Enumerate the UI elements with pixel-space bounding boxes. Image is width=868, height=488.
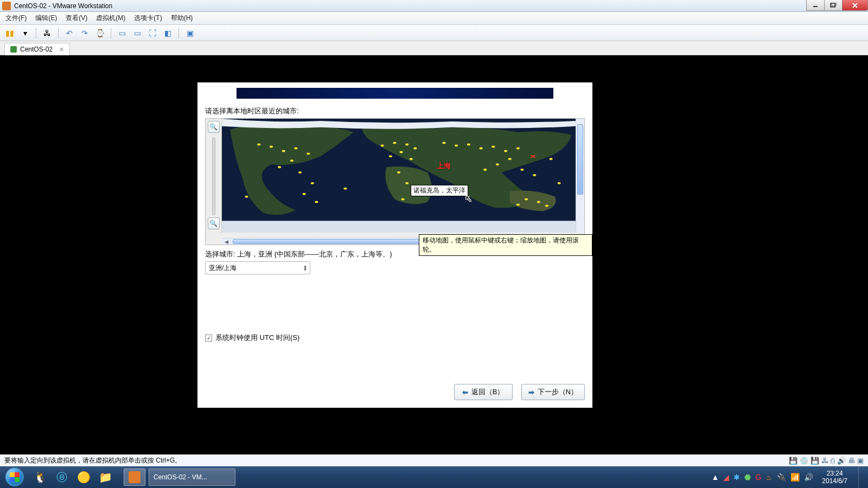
- usb-icon[interactable]: ⎙: [831, 457, 835, 465]
- devices-button[interactable]: 🖧: [41, 27, 54, 39]
- zoom-in-button[interactable]: 🔍: [208, 121, 220, 133]
- svg-point-39: [533, 174, 536, 176]
- cd-icon[interactable]: 💿: [800, 457, 808, 465]
- timezone-map: 🔍 🔍: [205, 118, 585, 245]
- pinned-chrome[interactable]: 🟡: [73, 468, 94, 486]
- vmware-statusbar: 要将输入定向到该虚拟机，请在虚拟机内部单击或按 Ctrl+G。 💾 💿 💾 🖧 …: [0, 454, 868, 466]
- sound-icon[interactable]: 🔊: [837, 457, 846, 465]
- svg-point-28: [442, 142, 445, 144]
- svg-point-11: [290, 159, 293, 162]
- tray-clock[interactable]: 23:24 2014/6/7: [818, 470, 852, 485]
- window-title: CentOS-02 - VMware Workstation: [14, 2, 112, 10]
- svg-point-22: [389, 155, 392, 157]
- svg-point-10: [307, 152, 310, 155]
- menu-tabs[interactable]: 选项卡(T): [134, 14, 162, 23]
- svg-point-34: [516, 147, 520, 150]
- world-map[interactable]: ✕ 上海 诺福克岛，太平洋 ↖: [222, 119, 576, 233]
- vm-display[interactable]: 请选择离本地时区最近的城市: 🔍 🔍: [0, 55, 868, 454]
- svg-point-9: [294, 147, 297, 150]
- pinned-qq[interactable]: 🐧: [29, 468, 51, 486]
- svg-point-12: [278, 166, 281, 168]
- svg-point-15: [303, 193, 306, 195]
- pause-button[interactable]: ▮▮: [3, 27, 16, 39]
- zoom-controls: 🔍 🔍: [206, 119, 222, 234]
- tray-av-icon[interactable]: ♨: [765, 473, 773, 481]
- svg-point-41: [537, 201, 540, 203]
- map-vertical-scrollbar[interactable]: [576, 119, 584, 233]
- utc-checkbox-row[interactable]: ✓ 系统时钟使用 UTC 时间(S): [205, 333, 585, 343]
- menu-help[interactable]: 帮助(H): [171, 14, 193, 23]
- start-button[interactable]: [0, 466, 29, 488]
- svg-point-16: [315, 201, 318, 203]
- svg-point-23: [410, 158, 413, 160]
- maximize-button[interactable]: [824, 0, 843, 11]
- hdd-icon[interactable]: 💾: [789, 457, 797, 465]
- svg-point-20: [413, 147, 417, 150]
- status-text: 要将输入定向到该虚拟机，请在虚拟机内部单击或按 Ctrl+G。: [4, 456, 181, 465]
- installer-panel: 请选择离本地时区最近的城市: 🔍 🔍: [197, 82, 592, 408]
- map-hint-tooltip: 移动地图，使用鼠标中键或右键；缩放地图，请使用滚轮。: [419, 234, 592, 256]
- tab-close-icon[interactable]: ✕: [59, 46, 64, 53]
- toolbar: ▮▮ ▾ 🖧 ↶ ↷ ⌚ ▭ ▭ ⛶ ◧ ▣: [0, 25, 868, 41]
- tray-shield-icon[interactable]: ⬣: [744, 473, 751, 481]
- vm-tab[interactable]: CentOS-02 ✕: [4, 43, 70, 55]
- svg-point-37: [483, 169, 487, 171]
- system-tray: ▲ ◢ ✱ ⬣ G ♨ 🔌 📶 🔊 23:24 2014/6/7: [710, 466, 868, 488]
- checkbox-icon[interactable]: ✓: [205, 335, 212, 342]
- tray-network-icon[interactable]: 📶: [790, 473, 800, 481]
- tray-action-icon[interactable]: ◢: [723, 473, 729, 481]
- zoom-out-button[interactable]: 🔍: [208, 217, 220, 229]
- network-icon[interactable]: 🖧: [821, 457, 828, 465]
- installer-header: [237, 88, 553, 99]
- taskbar-active-item[interactable]: CentOS-02 - VM...: [149, 468, 235, 486]
- arrow-left-icon: ⬅: [462, 388, 468, 396]
- snapshot-back-button[interactable]: ↶: [63, 27, 76, 39]
- pinned-ie[interactable]: ⓔ: [51, 468, 73, 486]
- taskbar-vmware-icon[interactable]: [124, 468, 145, 486]
- menu-edit[interactable]: 编辑(E): [35, 14, 57, 23]
- svg-point-46: [558, 182, 561, 184]
- snapshot-manager-button[interactable]: ⌚: [93, 27, 106, 39]
- timezone-select[interactable]: 亚洲/上海 ▴▾: [205, 261, 310, 274]
- tray-volume-icon[interactable]: 🔊: [804, 473, 813, 481]
- view-single-button[interactable]: ▭: [116, 27, 129, 39]
- windows-taskbar: 🐧 ⓔ 🟡 📁 CentOS-02 - VM... ▲ ◢ ✱ ⬣ G ♨ 🔌 …: [0, 466, 868, 488]
- svg-point-19: [405, 144, 409, 146]
- separator: [58, 28, 59, 38]
- tray-g-icon[interactable]: G: [755, 473, 761, 481]
- clock-time: 23:24: [822, 470, 847, 477]
- svg-point-13: [298, 171, 302, 174]
- floppy-icon[interactable]: 💾: [810, 457, 819, 465]
- separator: [178, 28, 179, 38]
- unity-button[interactable]: ◧: [161, 27, 174, 39]
- view-multi-button[interactable]: ▭: [131, 27, 144, 39]
- printer-icon[interactable]: 🖶: [848, 457, 855, 465]
- back-button[interactable]: ⬅ 返回（B）: [454, 384, 513, 400]
- svg-point-27: [401, 198, 405, 201]
- fullscreen-button[interactable]: ⛶: [146, 27, 159, 39]
- svg-point-18: [393, 142, 396, 144]
- tray-bluetooth-icon[interactable]: ✱: [733, 473, 740, 481]
- next-button[interactable]: ➡ 下一步（N）: [521, 384, 585, 400]
- svg-point-8: [282, 150, 285, 152]
- minimize-button[interactable]: [806, 0, 825, 11]
- tray-battery-icon[interactable]: 🔌: [777, 473, 786, 481]
- vm-device-icons: 💾 💿 💾 🖧 ⎙ 🔊 🖶 ▣: [789, 457, 864, 465]
- snapshot-forward-button[interactable]: ↷: [78, 27, 91, 39]
- dropdown-icon: ▴▾: [304, 265, 307, 271]
- toolbar-dropdown[interactable]: ▾: [18, 27, 31, 39]
- utc-label: 系统时钟使用 UTC 时间(S): [215, 333, 299, 343]
- menu-file[interactable]: 文件(F): [5, 14, 27, 23]
- tray-flag-icon[interactable]: ▲: [712, 473, 719, 481]
- svg-point-31: [480, 147, 483, 150]
- zoom-slider[interactable]: [212, 137, 215, 215]
- svg-point-14: [311, 182, 314, 184]
- show-desktop-button[interactable]: [858, 466, 866, 488]
- menu-view[interactable]: 查看(V): [66, 14, 87, 23]
- console-view-button[interactable]: ▣: [183, 27, 196, 39]
- display-icon[interactable]: ▣: [857, 457, 864, 465]
- pinned-explorer[interactable]: 📁: [94, 468, 116, 486]
- svg-point-30: [467, 144, 470, 146]
- close-button[interactable]: [842, 0, 868, 11]
- menu-vm[interactable]: 虚拟机(M): [96, 14, 125, 23]
